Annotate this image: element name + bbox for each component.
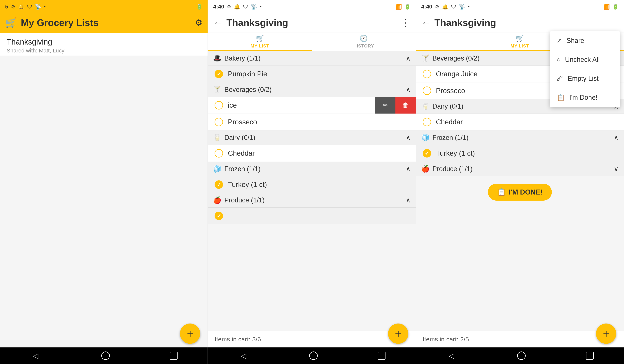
- check-turkey-3[interactable]: [423, 149, 431, 158]
- battery-icon-3: 🔋: [612, 4, 619, 10]
- frozen-icon-3: 🧊: [421, 134, 430, 142]
- item-cheddar[interactable]: Cheddar: [208, 145, 416, 162]
- alert-icon-2: 🔔: [234, 4, 240, 10]
- nav-back-button-2[interactable]: ◁: [238, 350, 249, 361]
- im-done-icon: 📋: [557, 94, 565, 101]
- nav-home-button-2[interactable]: [309, 351, 318, 360]
- fab-add-item-3[interactable]: +: [596, 323, 616, 344]
- back-button-2[interactable]: ←: [213, 17, 223, 28]
- fab-add-list[interactable]: +: [180, 323, 200, 344]
- dropdown-share-label: Share: [567, 37, 584, 45]
- uncheck-icon: ○: [557, 56, 561, 64]
- list-name: Thanksgiving: [7, 38, 201, 46]
- settings-icon: ⚙: [11, 4, 15, 10]
- nav-recents-button-2[interactable]: [378, 352, 386, 360]
- done-button[interactable]: 📋 I'M DONE!: [488, 184, 552, 201]
- nav-recents-button-3[interactable]: [586, 352, 594, 360]
- wifi-icon-3: 📶: [603, 4, 610, 10]
- category-frozen[interactable]: 🧊 Frozen (1/1) ∧: [208, 162, 416, 176]
- check-prosseco[interactable]: [215, 118, 223, 126]
- more-button-2[interactable]: ⋮: [401, 17, 411, 28]
- nav-recents-button[interactable]: [170, 352, 178, 360]
- item-turkey[interactable]: Turkey (1 ct): [208, 176, 416, 193]
- radio-icon-2: 📡: [251, 4, 257, 10]
- check-orange-juice[interactable]: [423, 70, 431, 78]
- nav-back-button-3[interactable]: ◁: [446, 350, 457, 361]
- category-beverages[interactable]: 🍸 Beverages (0/2) ∧: [208, 82, 416, 97]
- alert-icon-3: 🔔: [442, 4, 448, 10]
- category-produce-3[interactable]: 🍎 Produce (1/1) ∨: [416, 162, 624, 176]
- dropdown-empty-list[interactable]: 🖊 Empty List: [550, 69, 620, 88]
- grocery-list-area: Thanksgiving Shared with: Matt, Lucy: [0, 33, 208, 56]
- dairy-name: Dairy (0/1): [224, 134, 406, 142]
- produce-name: Produce (1/1): [224, 196, 406, 204]
- status-time-3: 4:40: [421, 3, 432, 10]
- tab-history-label-2: HISTORY: [353, 44, 374, 49]
- dairy-icon: 🥛: [213, 134, 221, 142]
- item-produce-item[interactable]: [208, 208, 416, 224]
- tab-cart-icon-2: 🛒: [256, 35, 264, 42]
- phone-3: 4:40 ⚙ 🔔 🛡 📡 • 📶 🔋 ← Thanksgiving 🛒 MY L…: [416, 0, 624, 364]
- tab-my-list-2[interactable]: 🛒 MY LIST: [208, 33, 312, 51]
- frozen-chevron: ∧: [406, 165, 411, 173]
- check-turkey[interactable]: [215, 180, 223, 189]
- tab-my-list-label-2: MY LIST: [251, 44, 269, 49]
- cart-count-2: Items in cart: 3/6: [215, 336, 261, 343]
- nav-home-button-3[interactable]: [517, 351, 526, 360]
- status-time-2: 4:40: [213, 3, 224, 10]
- check-cheddar[interactable]: [215, 149, 223, 158]
- check-ice[interactable]: [215, 101, 223, 109]
- android-nav-1: ◁: [0, 347, 208, 364]
- grocery-lists-content: Thanksgiving Shared with: Matt, Lucy: [0, 33, 208, 347]
- bakery-chevron: ∧: [406, 54, 411, 62]
- done-btn-container: 📋 I'M DONE!: [416, 176, 624, 208]
- settings-button[interactable]: ⚙: [195, 18, 202, 28]
- tabs-2: 🛒 MY LIST 🕐 HISTORY: [208, 33, 416, 51]
- done-btn-icon: 📋: [497, 188, 506, 196]
- edit-button[interactable]: ✏: [375, 97, 395, 114]
- category-produce[interactable]: 🍎 Produce (1/1) ∧: [208, 193, 416, 208]
- radio-icon-3: 📡: [459, 4, 465, 10]
- category-bakery[interactable]: 🎩 Bakery (1/1) ∧: [208, 51, 416, 66]
- frozen-icon: 🧊: [213, 165, 221, 173]
- list-title-2: Thanksgiving: [226, 17, 401, 28]
- nav-home-button[interactable]: [101, 351, 110, 360]
- dot-icon: •: [44, 4, 46, 10]
- check-cheddar-3[interactable]: [423, 118, 431, 126]
- check-produce-item[interactable]: [215, 212, 223, 220]
- produce-icon-3: 🍎: [421, 165, 430, 173]
- check-pumpkin-pie[interactable]: [215, 70, 223, 78]
- delete-button[interactable]: 🗑: [395, 97, 416, 114]
- dropdown-uncheck-all[interactable]: ○ Uncheck All: [550, 50, 620, 69]
- list-shared: Shared with: Matt, Lucy: [7, 48, 201, 54]
- battery-icon-2: 🔋: [404, 4, 411, 10]
- tab-my-list-label-3: MY LIST: [511, 44, 529, 49]
- status-bar-1: 5 ⚙ 🔔 🛡 📡 • 🔋: [0, 0, 208, 13]
- dropdown-share[interactable]: ↗ Share: [550, 31, 620, 50]
- dairy-chevron: ∧: [406, 134, 411, 142]
- item-name-orange-juice: Orange Juice: [436, 70, 478, 78]
- item-pumpkin-pie[interactable]: Pumpkin Pie: [208, 66, 416, 82]
- check-prosseco-3[interactable]: [423, 87, 431, 95]
- dropdown-uncheck-label: Uncheck All: [565, 56, 600, 64]
- back-button-3[interactable]: ←: [421, 17, 431, 28]
- category-dairy[interactable]: 🥛 Dairy (0/1) ∧: [208, 130, 416, 145]
- dropdown-im-done[interactable]: 📋 I'm Done!: [550, 88, 620, 107]
- cart-count-3: Items in cart: 2/5: [423, 336, 469, 343]
- bakery-name: Bakery (1/1): [224, 54, 406, 62]
- item-ice[interactable]: ice ✏ 🗑: [208, 97, 416, 114]
- item-name-prosseco: Prosseco: [228, 118, 257, 126]
- item-cheddar-3[interactable]: Cheddar: [416, 114, 624, 130]
- produce-chevron-3: ∨: [614, 165, 619, 173]
- nav-back-button[interactable]: ◁: [30, 350, 41, 361]
- done-btn-label: I'M DONE!: [509, 188, 543, 196]
- list-item-thanksgiving[interactable]: Thanksgiving Shared with: Matt, Lucy: [0, 33, 208, 56]
- wifi-icon-2: 📶: [395, 4, 402, 10]
- bakery-icon: 🎩: [213, 54, 221, 62]
- tab-history-2[interactable]: 🕐 HISTORY: [312, 33, 416, 51]
- tab-cart-icon-3: 🛒: [516, 35, 524, 42]
- fab-add-item-2[interactable]: +: [388, 323, 408, 344]
- item-turkey-3[interactable]: Turkey (1 ct): [416, 145, 624, 162]
- item-prosseco-2[interactable]: Prosseco: [208, 114, 416, 130]
- category-frozen-3[interactable]: 🧊 Frozen (1/1) ∧: [416, 130, 624, 145]
